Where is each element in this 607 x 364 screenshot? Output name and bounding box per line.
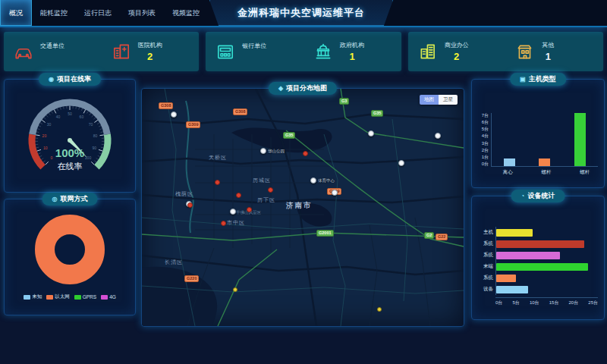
poi-marker[interactable]: 华山公园 — [260, 148, 285, 154]
stat-value: 2 — [147, 51, 153, 62]
legend-item-3[interactable]: 4G — [101, 294, 116, 300]
panel-host-type: ▣ 主机类型 7台6台5台4台3台2台1台0台离心螺杆螺杆 — [471, 79, 605, 188]
hbar-主机[interactable] — [496, 229, 533, 237]
legend-swatch — [101, 295, 108, 300]
nav-tab-2[interactable]: 运行日志 — [76, 0, 120, 26]
svg-text:60: 60 — [80, 115, 84, 119]
stat-card-0: 交通单位医院机构2 — [4, 32, 199, 71]
project-map[interactable]: 地图卫星 G308G308G309G35G3G35G309G2001G2G22G… — [142, 89, 464, 326]
project-marker[interactable] — [236, 193, 241, 198]
project-marker[interactable] — [221, 221, 226, 226]
road-badge: G308 — [233, 108, 247, 115]
hbar-row: 末端 — [476, 261, 598, 272]
poi-dot — [332, 190, 338, 196]
y-tick-label: 3台 — [475, 141, 489, 146]
hbar-系统[interactable] — [496, 275, 516, 282]
svg-text:90: 90 — [93, 146, 97, 150]
stat-item[interactable]: 其他1 — [505, 32, 603, 71]
x-tick-label: 20台 — [569, 300, 579, 306]
hbar-track — [495, 272, 598, 284]
hbar-label: 主机 — [476, 229, 495, 236]
road-badge: G22 — [436, 234, 448, 240]
x-category-label: 离心 — [503, 169, 513, 176]
y-axis: 7台6台5台4台3台2台1台0台 — [475, 113, 491, 166]
poi-marker[interactable] — [435, 133, 441, 139]
project-marker[interactable] — [268, 187, 273, 193]
stat-item[interactable]: 政府机构1 — [304, 32, 401, 71]
nav-tab-3[interactable]: 项目列表 — [120, 0, 164, 26]
poi-dot — [260, 148, 266, 154]
poi-marker[interactable] — [332, 190, 338, 196]
stat-item[interactable]: 医院机构2 — [102, 32, 200, 71]
y-tick-label: 0台 — [475, 162, 489, 166]
poi-marker[interactable] — [230, 209, 236, 215]
panel-network-type-title: 联网方式 — [60, 194, 87, 204]
stat-item[interactable]: 交通单位 — [4, 32, 102, 71]
project-marker[interactable] — [187, 202, 193, 208]
road-badge: G309 — [186, 121, 200, 128]
gauge-icon: ◉ — [49, 76, 54, 83]
poi-marker[interactable] — [368, 130, 374, 136]
hbar-系统[interactable] — [496, 252, 560, 259]
nav-tab-4[interactable]: 视频监控 — [164, 0, 208, 26]
hbar-label: 系统 — [476, 252, 495, 259]
svg-text:100%: 100% — [55, 146, 84, 159]
stat-item[interactable]: 银行单位 — [206, 32, 304, 71]
hbar-末端[interactable] — [496, 263, 588, 271]
bar-螺杆[interactable] — [539, 158, 550, 166]
x-tick-label: 10台 — [530, 300, 539, 306]
stat-value: 1 — [546, 51, 551, 62]
legend-item-2[interactable]: GPRS — [74, 294, 96, 300]
svg-text:30: 30 — [47, 122, 52, 127]
map-button-map[interactable]: 地图 — [420, 95, 439, 105]
poi-marker[interactable] — [398, 160, 404, 166]
nav-tab-0[interactable]: 概况 — [0, 0, 32, 26]
bar-螺杆[interactable] — [574, 113, 586, 166]
stat-label: 其他 — [542, 41, 554, 49]
project-marker[interactable] — [247, 207, 252, 212]
legend-swatch — [24, 295, 30, 300]
network-legend: 未知以太网GPRS4G — [5, 293, 135, 300]
x-tick-label: 5台 — [512, 300, 519, 306]
building-icon — [515, 42, 535, 61]
poi-label: 华山公园 — [268, 149, 285, 154]
project-marker[interactable] — [215, 180, 220, 185]
hbar-label: 设备 — [476, 286, 495, 293]
road-badge: G308 — [159, 102, 173, 109]
nav-tab-1[interactable]: 能耗监控 — [32, 0, 76, 26]
panel-network-type-header: ◎ 联网方式 — [42, 193, 98, 206]
hbar-track — [495, 238, 598, 249]
bars-row — [491, 113, 598, 167]
legend-swatch — [74, 295, 81, 300]
stat-label: 商业办公 — [445, 41, 469, 49]
bar-离心[interactable] — [504, 158, 515, 166]
stat-item[interactable]: 商业办公2 — [408, 32, 506, 71]
legend-label: GPRS — [83, 294, 96, 300]
network-donut — [35, 215, 105, 284]
hbar-label: 系统 — [476, 275, 495, 281]
svg-text:70: 70 — [89, 122, 93, 127]
hbar-设备[interactable] — [496, 286, 528, 293]
device-stats-bar-chart: 主机系统系统末端系统设备0台5台10台15台20台25台 — [472, 196, 604, 306]
government-icon — [313, 42, 333, 61]
host-type-chart: 7台6台5台4台3台2台1台0台离心螺杆螺杆 — [472, 80, 604, 176]
x-tick-label: 15台 — [549, 300, 559, 306]
poi-marker[interactable]: 体育中心 — [310, 177, 335, 184]
poi-marker[interactable] — [171, 111, 177, 118]
legend-item-1[interactable]: 以太网 — [46, 293, 70, 300]
svg-text:50: 50 — [68, 111, 72, 116]
top-nav: 概况能耗监控运行日志项目列表视频监控 金洲科瑞中央空调运维平台 — [0, 0, 607, 27]
poi-dot-small — [377, 307, 382, 312]
project-marker[interactable] — [303, 151, 308, 156]
map-pin-icon: ◈ — [278, 85, 283, 92]
road-badge: G35 — [371, 110, 383, 117]
x-category-label: 螺杆 — [580, 169, 590, 176]
stat-text: 交通单位 — [40, 42, 64, 62]
hbar-系统[interactable] — [496, 240, 584, 248]
map-button-satellite[interactable]: 卫星 — [439, 95, 458, 105]
online-rate-gauge: 0102030405060708090100100%在线率 — [5, 86, 135, 192]
stat-card-1: 银行单位政府机构1 — [206, 32, 401, 71]
legend-item-0[interactable]: 未知 — [24, 293, 42, 300]
app-title-box: 金洲科瑞中央空调运维平台 — [209, 0, 393, 26]
panel-project-map-title: 项目分布地图 — [286, 83, 327, 93]
